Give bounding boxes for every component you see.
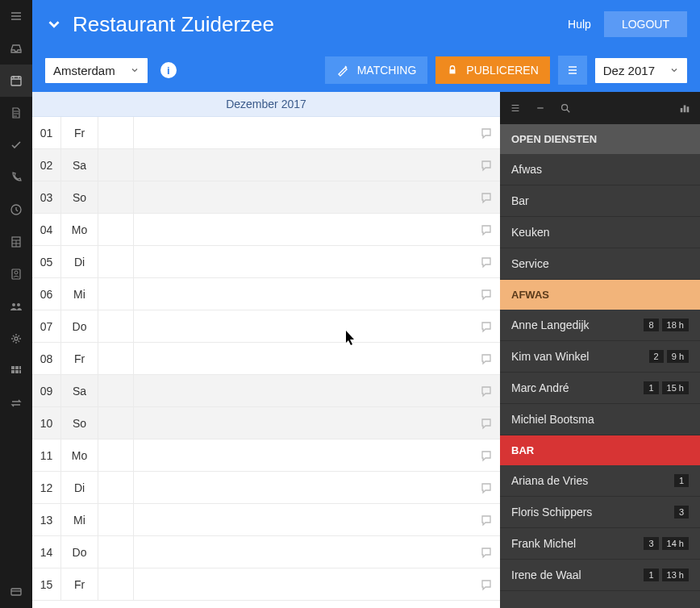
matching-button[interactable]: MATCHING — [325, 56, 428, 84]
open-shift-item[interactable]: Service — [500, 248, 700, 280]
svg-point-5 — [12, 303, 15, 306]
note-icon[interactable] — [473, 320, 500, 333]
note-icon[interactable] — [473, 223, 500, 236]
person-item[interactable]: Ariana de Vries1 — [500, 465, 700, 497]
svg-point-7 — [15, 337, 18, 340]
grid-icon[interactable] — [0, 355, 32, 387]
calendar-row[interactable]: 02Sa — [32, 149, 500, 181]
side-panel-toolbar — [500, 92, 700, 124]
clock-icon[interactable] — [0, 194, 32, 226]
calendar-row[interactable]: 13Mi — [32, 504, 500, 536]
calendar-row[interactable]: 05Di — [32, 246, 500, 278]
day-name: Mi — [61, 504, 98, 535]
location-label: Amsterdam — [53, 64, 115, 77]
note-icon[interactable] — [473, 159, 500, 172]
day-name: Mi — [61, 278, 98, 310]
note-icon[interactable] — [473, 514, 500, 527]
gear-icon[interactable] — [0, 323, 32, 355]
side-panel: OPEN DIENSTEN AfwasBarKeukenService AFWA… — [500, 92, 700, 608]
day-name: Do — [61, 536, 98, 568]
group-icon[interactable] — [0, 290, 32, 323]
person-name: Irene de Waal — [511, 568, 640, 581]
chart-icon[interactable] — [679, 102, 690, 114]
section-header-bar[interactable]: BAR — [500, 435, 700, 465]
note-icon[interactable] — [473, 417, 500, 430]
person-name: Frank Michel — [511, 537, 640, 550]
date-dropdown[interactable]: Dez 2017 — [595, 58, 687, 83]
help-link[interactable]: Hulp — [568, 18, 591, 31]
person-item[interactable]: Anne Langedijk818 h — [500, 310, 700, 341]
section-header-afwas[interactable]: AFWAS — [500, 280, 700, 310]
calendar-row[interactable]: 10So — [32, 407, 500, 439]
view-list-icon[interactable] — [558, 56, 587, 85]
contact-icon[interactable] — [0, 258, 32, 290]
person-name: Ariana de Vries — [511, 474, 671, 487]
document-icon[interactable] — [0, 97, 32, 129]
open-shift-item[interactable]: Bar — [500, 185, 700, 217]
note-icon[interactable] — [473, 191, 500, 204]
transfer-icon[interactable] — [0, 387, 32, 419]
person-item[interactable]: Irene de Waal113 h — [500, 560, 700, 591]
card-icon[interactable] — [0, 576, 32, 608]
calendar-row[interactable]: 12Di — [32, 472, 500, 504]
calendar-row[interactable]: 08Fr — [32, 343, 500, 375]
inbox-icon[interactable] — [0, 32, 32, 65]
person-name: Floris Schippers — [511, 506, 671, 518]
menu-icon[interactable] — [0, 0, 32, 32]
calendar-row[interactable]: 06Mi — [32, 278, 500, 310]
day-number: 10 — [32, 407, 61, 439]
person-item[interactable]: Marc André115 h — [500, 373, 700, 404]
topbar: Restaurant Zuiderzee Hulp LOGOUT — [32, 0, 700, 48]
logout-button[interactable]: LOGOUT — [604, 11, 687, 37]
day-number: 03 — [32, 181, 61, 213]
note-icon[interactable] — [473, 449, 500, 462]
search-icon[interactable] — [560, 102, 571, 114]
svg-point-4 — [15, 271, 18, 274]
day-name: So — [61, 407, 98, 439]
person-item[interactable]: Frank Michel314 h — [500, 528, 700, 560]
person-name: Michiel Bootsma — [511, 413, 689, 426]
note-icon[interactable] — [473, 256, 500, 269]
day-number: 11 — [32, 439, 61, 471]
calendar-row[interactable]: 04Mo — [32, 214, 500, 246]
count-badge: 8 — [644, 319, 658, 331]
note-icon[interactable] — [473, 352, 500, 365]
minus-icon[interactable] — [535, 103, 545, 113]
chevron-down-icon[interactable] — [45, 15, 63, 33]
day-name: Fr — [61, 568, 98, 600]
calendar-row[interactable]: 11Mo — [32, 439, 500, 472]
note-icon[interactable] — [473, 127, 500, 140]
calendar-icon[interactable] — [0, 65, 32, 97]
calendar-row[interactable]: 03So — [32, 181, 500, 214]
open-shift-item[interactable]: Keuken — [500, 217, 700, 248]
svg-rect-18 — [684, 106, 686, 113]
person-item[interactable]: Michiel Bootsma — [500, 404, 700, 435]
svg-rect-8 — [11, 366, 15, 369]
day-name: Fr — [61, 343, 98, 374]
svg-rect-17 — [681, 108, 683, 112]
open-shift-item[interactable]: Afwas — [500, 154, 700, 185]
shift-name: Afwas — [511, 163, 689, 176]
note-icon[interactable] — [473, 481, 500, 494]
location-dropdown[interactable]: Amsterdam — [45, 58, 148, 83]
person-item[interactable]: Floris Schippers3 — [500, 497, 700, 528]
calculator-icon[interactable] — [0, 226, 32, 258]
calendar-row[interactable]: 15Fr — [32, 568, 500, 601]
svg-rect-0 — [11, 77, 21, 85]
list-icon[interactable] — [510, 102, 521, 114]
info-icon[interactable]: i — [160, 62, 177, 78]
person-item[interactable]: Kim van Winkel29 h — [500, 341, 700, 373]
calendar-row[interactable]: 14Do — [32, 536, 500, 568]
hours-badge: 9 h — [667, 350, 689, 363]
calendar-row[interactable]: 09Sa — [32, 375, 500, 407]
note-icon[interactable] — [473, 385, 500, 398]
phone-icon[interactable] — [0, 161, 32, 194]
check-icon[interactable] — [0, 129, 32, 161]
svg-point-6 — [17, 303, 20, 306]
calendar-row[interactable]: 07Do — [32, 310, 500, 343]
note-icon[interactable] — [473, 546, 500, 559]
publish-button[interactable]: PUBLICEREN — [435, 56, 549, 84]
note-icon[interactable] — [473, 578, 500, 591]
calendar-row[interactable]: 01Fr — [32, 117, 500, 149]
note-icon[interactable] — [473, 288, 500, 301]
